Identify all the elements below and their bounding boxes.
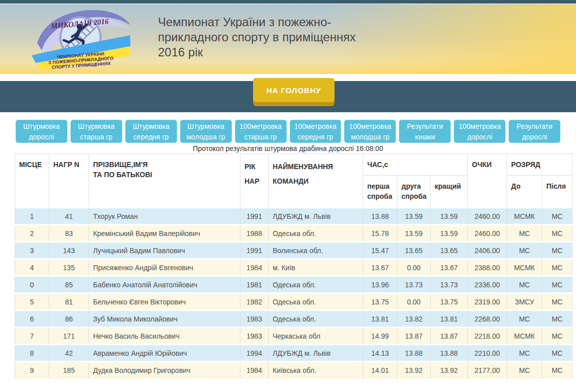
cell-attempt1: 13.75 (363, 293, 397, 310)
col-header-time-group: ЧАС,с (363, 154, 468, 176)
cell-year: 1983 (240, 328, 269, 345)
cell-name: Лучицький Вадим Павлович (89, 242, 240, 259)
cell-team: Одеська обл. (269, 276, 363, 293)
cell-best: 13.73 (431, 276, 468, 293)
cell-place: 6 (15, 310, 49, 328)
cell-bib: 86 (49, 310, 89, 328)
cell-place: 8 (15, 345, 49, 362)
cell-place: 9 (15, 362, 49, 379)
nav-tab[interactable]: 100метровка молодша гр (344, 120, 396, 143)
cell-rank_before: МСМК (507, 208, 542, 225)
col-header-bib: НАГР N (49, 154, 89, 208)
nav-tab[interactable]: Результати дорослі (509, 120, 560, 143)
cell-points: 2177.00 (468, 362, 507, 379)
cell-attempt2: 0.00 (397, 259, 431, 276)
cell-best: 13.65 (431, 242, 468, 259)
cell-rank_after: МС (542, 259, 572, 276)
cell-rank_before: МС (507, 276, 542, 293)
cell-rank_after: МС (542, 293, 572, 310)
nav-tab[interactable]: Результати юнаки (399, 120, 451, 143)
cell-place: 4 (15, 259, 49, 276)
cell-attempt1: 13.81 (363, 310, 397, 328)
table-row: 283Кремінський Вадим Валерійович1988Одес… (15, 225, 572, 242)
cell-year: 1988 (240, 225, 269, 242)
cell-name: Тхорук Роман (89, 208, 240, 225)
cell-best: 13.59 (431, 208, 468, 225)
cell-attempt2: 13.87 (397, 328, 431, 345)
table-row: 842Авраменко Андрій Юрійович1994ЛДУБЖД м… (15, 345, 572, 362)
nav-tab[interactable]: 100метровка середня гр (290, 120, 342, 143)
cell-name: Дудка Володимир Григорович (89, 362, 240, 379)
cell-team: Одеська обл. (269, 293, 363, 310)
col-header-year: РІК НАР (240, 154, 269, 208)
cell-bib: 171 (49, 328, 89, 345)
cell-rank_before: МС (507, 362, 542, 379)
tabs-row: Штурмовка доросліШтурмовка старша грШтур… (16, 120, 560, 143)
table-row: 085Бабенко Анатолій Анатолійович1981Одес… (15, 276, 572, 293)
cell-bib: 83 (49, 225, 89, 242)
nav-tab[interactable]: 100метровка дорослі (454, 120, 506, 143)
cell-attempt2: 13.88 (397, 345, 431, 362)
cell-name: Бабенко Анатолій Анатолійович (89, 276, 240, 293)
championship-logo: МИКОЛАЇВ 2016 ЧЕМПІОНАТ УКРАЇНИ З ПОЖЕЖН… (29, 6, 132, 73)
nav-tab[interactable]: Штурмовка молодша гр (180, 120, 232, 143)
cell-rank_before: МСМК (507, 328, 542, 345)
cell-attempt2: 13.92 (397, 362, 431, 379)
cell-attempt1: 13.67 (363, 259, 397, 276)
col-header-team: НАЙМЕНУВАННЯ КОМАНДИ (269, 154, 363, 208)
cell-bib: 81 (49, 293, 89, 310)
nav-tab[interactable]: Штурмовка дорослі (16, 120, 67, 143)
cell-team: Одеська обл. (269, 225, 363, 242)
cell-team: Одеська обл. (269, 310, 363, 328)
cell-points: 2210.00 (468, 345, 507, 362)
cell-attempt2: 13.82 (397, 310, 431, 328)
cell-attempt2: 13.65 (397, 242, 431, 259)
cell-place: 5 (15, 293, 49, 310)
cell-bib: 135 (49, 259, 89, 276)
cell-rank_before: ЗМСУ (507, 293, 542, 310)
cell-attempt1: 14.13 (363, 345, 397, 362)
cell-year: 1984 (240, 362, 269, 379)
cell-bib: 42 (49, 345, 89, 362)
cell-attempt1: 13.88 (363, 208, 397, 225)
table-row: 3143Лучицький Вадим Павлович1991Волинськ… (15, 242, 572, 259)
cell-rank_before: МС (507, 310, 542, 328)
col-header-points: ОЧКИ (468, 154, 507, 208)
nav-tab[interactable]: Штурмовка середня гр (125, 120, 177, 143)
cell-team: Черкаська обл (269, 328, 363, 345)
cell-year: 1994 (240, 345, 269, 362)
cell-rank_before: МС (507, 242, 542, 259)
nav-tab[interactable]: Штурмовка старша гр (70, 120, 122, 143)
col-header-place: МІСЦЕ (15, 154, 49, 208)
cell-best: 13.75 (431, 293, 468, 310)
cell-place: 2 (15, 225, 49, 242)
cell-name: Нечко Василь Васильович (89, 328, 240, 345)
cell-name: Кремінський Вадим Валерійович (89, 225, 240, 242)
table-row: 581Бельченко Євген Вікторович1982Одеська… (15, 293, 572, 310)
cell-team: ЛДУБЖД м. Львів (269, 345, 363, 362)
cell-rank_after: МС (542, 328, 572, 345)
cell-points: 2406.00 (468, 242, 507, 259)
cell-rank_after: МС (542, 242, 572, 259)
cell-team: Волинська обл. (269, 242, 363, 259)
cell-year: 1981 (240, 276, 269, 293)
cell-name: Зуб Микола Миколайович (89, 310, 240, 328)
cell-attempt1: 13.96 (363, 276, 397, 293)
cell-best: 13.87 (431, 328, 468, 345)
cell-rank_before: МС (507, 225, 542, 242)
cell-bib: 143 (49, 242, 89, 259)
table-row: 4135Присяженко Андрій Євгенович1984м. Ки… (15, 259, 572, 276)
cell-points: 2336.00 (468, 276, 507, 293)
home-button[interactable]: НА ГОЛОВНУ (253, 78, 335, 102)
cell-rank_after: МС (542, 362, 572, 379)
cell-points: 2460.00 (468, 208, 507, 225)
table-row: 141Тхорук Роман1991ЛДУБЖД м. Львів13.881… (15, 208, 572, 225)
cell-bib: 85 (49, 276, 89, 293)
nav-tab[interactable]: 100метровка старша гр (235, 120, 287, 143)
masthead: МИКОЛАЇВ 2016 ЧЕМПІОНАТ УКРАЇНИ З ПОЖЕЖН… (0, 4, 576, 74)
cell-best: 13.59 (431, 225, 468, 242)
cell-attempt1: 15.47 (363, 242, 397, 259)
cell-best: 13.67 (431, 259, 468, 276)
col-header-rank-after: Після (542, 176, 572, 208)
cell-attempt2: 0.00 (397, 293, 431, 310)
